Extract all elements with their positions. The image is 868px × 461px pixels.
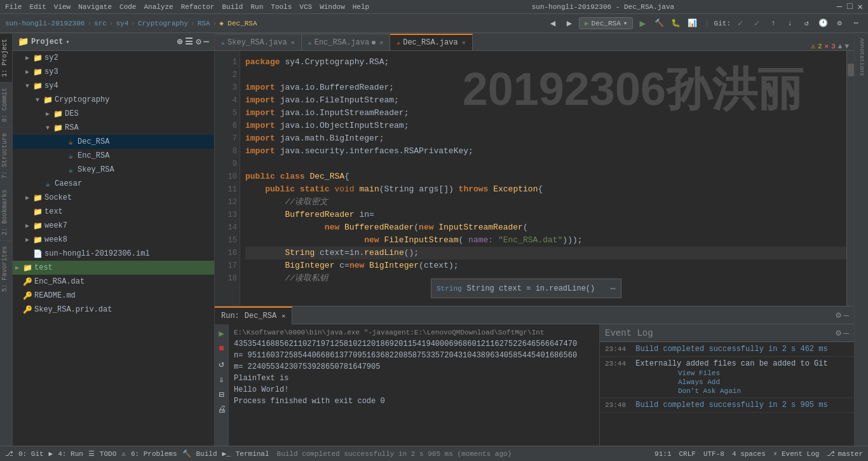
breadcrumb-file[interactable]: ◈ Dec_RSA xyxy=(219,19,257,27)
menu-code[interactable]: Code xyxy=(119,3,136,11)
run-tab-close[interactable]: ✕ xyxy=(281,312,285,320)
tree-item-rsa[interactable]: ▼ 📁 RSA xyxy=(13,121,214,135)
bottom-settings-icon[interactable]: ⚙ xyxy=(836,310,841,320)
collapse-icon[interactable]: ☰ xyxy=(185,36,193,47)
tab-enc-rsa[interactable]: ☕ Enc_RSA.java ✕ xyxy=(302,34,390,50)
tree-item-sy2[interactable]: ▶ 📁 sy2 xyxy=(13,51,214,65)
tree-item-skey-rsa[interactable]: ☕ Skey_RSA xyxy=(13,163,214,177)
editor-scrollbar[interactable] xyxy=(846,51,854,306)
git-history[interactable]: 🕐 xyxy=(816,17,830,31)
git-check1[interactable]: ✓ xyxy=(733,17,747,31)
terminal-status[interactable]: Terminal xyxy=(236,450,269,458)
menu-file[interactable]: File xyxy=(5,3,22,11)
tree-item-text[interactable]: 📁 text xyxy=(13,205,214,219)
git-branch-status[interactable]: ⎇ master xyxy=(827,450,863,458)
todo-status[interactable]: TODO xyxy=(100,450,116,458)
bottom-minimize-icon[interactable]: — xyxy=(844,310,849,320)
coverage-button[interactable]: 📊 xyxy=(685,17,699,31)
nav-down[interactable]: ▼ xyxy=(844,43,849,50)
breadcrumb-sy4[interactable]: sy4 xyxy=(116,20,128,27)
nav-up[interactable]: ▲ xyxy=(838,43,843,50)
line-endings[interactable]: CRLF xyxy=(679,450,696,458)
menu-build[interactable]: Build xyxy=(222,3,243,11)
tab-enc-rsa-close[interactable]: ✕ xyxy=(379,39,383,46)
git-check2[interactable]: ✓ xyxy=(750,17,764,31)
print-button[interactable]: 🖨 xyxy=(215,403,228,416)
menu-vcs[interactable]: VCS xyxy=(299,3,312,11)
autocomplete-more[interactable]: ⋯ xyxy=(611,283,616,294)
tab-skey-rsa-close[interactable]: ✕ xyxy=(291,39,295,46)
stop-button[interactable]: ■ xyxy=(215,342,228,355)
indent[interactable]: 4 spaces xyxy=(732,450,766,458)
build-status[interactable]: Build xyxy=(196,450,217,458)
run-tab[interactable]: Run: Dec_RSA ✕ xyxy=(215,306,292,324)
cursor-position[interactable]: 91:1 xyxy=(654,450,671,458)
menu-navigate[interactable]: Navigate xyxy=(78,3,112,11)
tab-dec-rsa[interactable]: ☕ Dec_RSA.java ✕ xyxy=(390,34,472,50)
git-push[interactable]: ↑ xyxy=(766,17,780,31)
tree-item-readme[interactable]: 🔑 README.md xyxy=(13,289,214,303)
tree-item-dec-rsa[interactable]: ☕ Dec_RSA xyxy=(13,135,214,149)
menu-view[interactable]: View xyxy=(54,3,71,11)
tab-skey-rsa[interactable]: ☕ Skey_RSA.java ✕ xyxy=(215,34,302,50)
vtab-structure[interactable]: 7: Structure xyxy=(0,127,12,184)
tree-item-caesar[interactable]: ☕ Caesar xyxy=(13,177,214,191)
tree-item-enc-rsa[interactable]: ☕ Enc_RSA xyxy=(13,149,214,163)
tree-item-week7[interactable]: ▶ 📁 week7 xyxy=(13,219,214,233)
vtab-commit[interactable]: 0: Commit xyxy=(0,82,12,127)
event-log-settings[interactable]: ⚙ xyxy=(836,327,841,338)
run-config-selector[interactable]: ▶ Dec_RSA ▾ xyxy=(579,17,633,29)
breadcrumb-project[interactable]: sun-hongli-20192306 xyxy=(5,20,85,27)
code-content[interactable]: 20192306孙洪丽 package sy4.Cryptography.RSA… xyxy=(240,51,854,306)
tree-item-cryptography[interactable]: ▼ 📁 Cryptography xyxy=(13,93,214,107)
scroll-end-button[interactable]: ⇓ xyxy=(215,373,228,385)
event-action-view[interactable]: View Files xyxy=(640,369,849,377)
problems-status[interactable]: 6: Problems xyxy=(131,450,177,458)
debug-button[interactable]: 🐛 xyxy=(668,17,682,31)
git-more[interactable]: ⋯ xyxy=(849,17,863,31)
tree-item-skey-dat[interactable]: 🔑 Skey_RSA.priv.dat xyxy=(13,303,214,317)
tab-dec-rsa-close[interactable]: ✕ xyxy=(462,39,466,46)
git-status[interactable]: 0: Git xyxy=(18,450,44,458)
git-revert[interactable]: ↺ xyxy=(799,17,813,31)
event-link-1[interactable]: Build completed successfully in 2 s 462 … xyxy=(635,345,827,354)
breadcrumb-rsa[interactable]: RSA xyxy=(198,20,210,27)
filter-button[interactable]: ⊟ xyxy=(215,388,228,401)
run-button[interactable]: ▶ xyxy=(635,17,649,31)
breadcrumb-cryptography[interactable]: Cryptography xyxy=(138,20,188,27)
close-button[interactable]: ✕ xyxy=(858,1,863,12)
run-output[interactable]: E:\Ksoftware\0000\bin\java.exe "-javaage… xyxy=(229,324,600,446)
tree-item-sy4[interactable]: ▼ 📁 sy4 xyxy=(13,79,214,93)
tree-item-enc-dat[interactable]: 🔑 Enc_RSA.dat xyxy=(13,275,214,289)
menu-window[interactable]: Window xyxy=(320,3,345,11)
vtab-favorites[interactable]: 5: Favorites xyxy=(0,240,12,297)
run-status[interactable]: 4: Run xyxy=(58,450,83,458)
tree-item-sy3[interactable]: ▶ 📁 sy3 xyxy=(13,65,214,79)
menu-refactor[interactable]: Refactor xyxy=(181,3,215,11)
event-action-add[interactable]: Always Add xyxy=(640,378,849,386)
maximize-button[interactable]: □ xyxy=(847,1,852,12)
minimize-button[interactable]: — xyxy=(837,1,842,12)
menu-analyze[interactable]: Analyze xyxy=(144,3,173,11)
breadcrumb-src[interactable]: src xyxy=(94,20,107,27)
git-settings[interactable]: ⚙ xyxy=(832,17,846,31)
rerun-button[interactable]: ▶ xyxy=(215,327,228,340)
menu-run[interactable]: Run xyxy=(250,3,263,11)
locate-icon[interactable]: ⊕ xyxy=(177,36,182,47)
encoding[interactable]: UTF-8 xyxy=(703,450,724,458)
event-link-3[interactable]: Build completed successfully in 2 s 905 … xyxy=(635,401,827,409)
menu-edit[interactable]: Edit xyxy=(29,3,46,11)
right-side-annotations[interactable]: Annotations xyxy=(857,36,866,78)
scrollbar-thumb[interactable] xyxy=(848,64,854,76)
tree-item-test[interactable]: ▶ 📁 test xyxy=(13,261,214,275)
tree-item-week8[interactable]: ▶ 📁 week8 xyxy=(13,233,214,247)
tree-item-socket[interactable]: ▶ 📁 Socket xyxy=(13,191,214,205)
tree-item-des[interactable]: ▶ 📁 DES xyxy=(13,107,214,121)
hide-icon[interactable]: — xyxy=(204,36,209,47)
event-log-status[interactable]: ⚡ Event Log xyxy=(773,450,820,458)
event-log-close[interactable]: — xyxy=(844,328,849,338)
git-pull[interactable]: ↓ xyxy=(783,17,797,31)
build-button[interactable]: 🔨 xyxy=(652,17,666,31)
autocomplete-item[interactable]: String String ctext = in.readLine() ⋯ xyxy=(431,282,621,295)
menu-help[interactable]: Help xyxy=(353,3,369,11)
